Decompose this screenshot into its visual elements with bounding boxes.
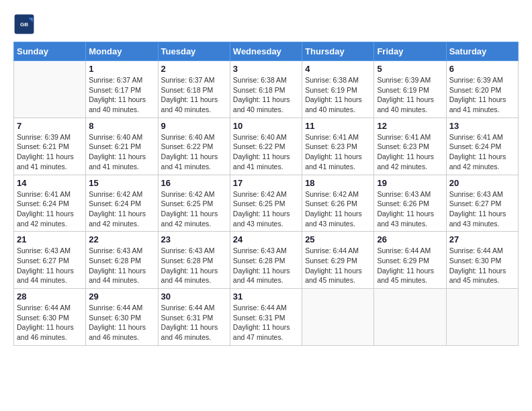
calendar-cell bbox=[374, 289, 446, 346]
day-info: Sunrise: 6:39 AM Sunset: 6:20 PM Dayligh… bbox=[449, 75, 515, 115]
calendar-table: SundayMondayTuesdayWednesdayThursdayFrid… bbox=[13, 42, 519, 346]
day-number: 22 bbox=[89, 234, 154, 244]
calendar-cell: 2Sunrise: 6:37 AM Sunset: 6:18 PM Daylig… bbox=[158, 61, 230, 118]
calendar-cell: 23Sunrise: 6:43 AM Sunset: 6:28 PM Dayli… bbox=[158, 232, 230, 289]
day-number: 6 bbox=[449, 64, 515, 74]
day-info: Sunrise: 6:38 AM Sunset: 6:18 PM Dayligh… bbox=[233, 75, 299, 115]
calendar-cell: 19Sunrise: 6:43 AM Sunset: 6:26 PM Dayli… bbox=[374, 175, 446, 232]
day-number: 15 bbox=[89, 178, 154, 188]
day-number: 5 bbox=[377, 64, 443, 74]
weekday-header-sunday: Sunday bbox=[14, 42, 86, 61]
day-number: 4 bbox=[305, 64, 371, 74]
calendar-cell: 29Sunrise: 6:44 AM Sunset: 6:30 PM Dayli… bbox=[86, 289, 158, 346]
day-number: 14 bbox=[17, 178, 83, 188]
calendar-cell: 5Sunrise: 6:39 AM Sunset: 6:19 PM Daylig… bbox=[374, 61, 446, 118]
day-info: Sunrise: 6:43 AM Sunset: 6:27 PM Dayligh… bbox=[17, 246, 83, 285]
day-info: Sunrise: 6:39 AM Sunset: 6:19 PM Dayligh… bbox=[377, 75, 443, 115]
logo-icon: GB bbox=[13, 13, 35, 35]
day-info: Sunrise: 6:41 AM Sunset: 6:23 PM Dayligh… bbox=[305, 132, 371, 172]
day-number: 20 bbox=[449, 178, 515, 188]
calendar-cell: 28Sunrise: 6:44 AM Sunset: 6:30 PM Dayli… bbox=[14, 289, 86, 346]
calendar-cell: 4Sunrise: 6:38 AM Sunset: 6:19 PM Daylig… bbox=[302, 61, 374, 118]
calendar-cell: 8Sunrise: 6:40 AM Sunset: 6:21 PM Daylig… bbox=[86, 118, 158, 175]
day-number: 2 bbox=[161, 64, 227, 74]
weekday-header-row: SundayMondayTuesdayWednesdayThursdayFrid… bbox=[14, 42, 519, 61]
calendar-cell: 7Sunrise: 6:39 AM Sunset: 6:21 PM Daylig… bbox=[14, 118, 86, 175]
day-info: Sunrise: 6:40 AM Sunset: 6:21 PM Dayligh… bbox=[89, 132, 154, 172]
calendar-cell: 10Sunrise: 6:40 AM Sunset: 6:22 PM Dayli… bbox=[230, 118, 302, 175]
day-info: Sunrise: 6:42 AM Sunset: 6:26 PM Dayligh… bbox=[305, 189, 371, 229]
day-number: 10 bbox=[233, 121, 299, 131]
calendar-cell: 25Sunrise: 6:44 AM Sunset: 6:29 PM Dayli… bbox=[302, 232, 374, 289]
calendar-cell: 15Sunrise: 6:42 AM Sunset: 6:24 PM Dayli… bbox=[86, 175, 158, 232]
day-info: Sunrise: 6:40 AM Sunset: 6:22 PM Dayligh… bbox=[233, 132, 299, 172]
day-info: Sunrise: 6:37 AM Sunset: 6:18 PM Dayligh… bbox=[161, 75, 227, 115]
calendar-cell: 30Sunrise: 6:44 AM Sunset: 6:31 PM Dayli… bbox=[158, 289, 230, 346]
day-info: Sunrise: 6:42 AM Sunset: 6:25 PM Dayligh… bbox=[233, 189, 299, 229]
calendar-cell: 20Sunrise: 6:43 AM Sunset: 6:27 PM Dayli… bbox=[446, 175, 518, 232]
day-info: Sunrise: 6:39 AM Sunset: 6:21 PM Dayligh… bbox=[17, 132, 83, 172]
calendar-cell: 27Sunrise: 6:44 AM Sunset: 6:30 PM Dayli… bbox=[446, 232, 518, 289]
day-info: Sunrise: 6:42 AM Sunset: 6:24 PM Dayligh… bbox=[89, 189, 154, 229]
calendar-cell: 22Sunrise: 6:43 AM Sunset: 6:28 PM Dayli… bbox=[86, 232, 158, 289]
calendar-cell: 6Sunrise: 6:39 AM Sunset: 6:20 PM Daylig… bbox=[446, 61, 518, 118]
day-number: 23 bbox=[161, 234, 227, 244]
calendar-cell: 12Sunrise: 6:41 AM Sunset: 6:23 PM Dayli… bbox=[374, 118, 446, 175]
day-number: 9 bbox=[161, 121, 227, 131]
day-info: Sunrise: 6:43 AM Sunset: 6:26 PM Dayligh… bbox=[377, 189, 443, 229]
day-info: Sunrise: 6:41 AM Sunset: 6:24 PM Dayligh… bbox=[17, 189, 83, 229]
day-number: 21 bbox=[17, 234, 83, 244]
day-number: 17 bbox=[233, 178, 299, 188]
day-number: 1 bbox=[89, 64, 154, 74]
calendar-week-3: 14Sunrise: 6:41 AM Sunset: 6:24 PM Dayli… bbox=[14, 175, 519, 232]
day-info: Sunrise: 6:44 AM Sunset: 6:29 PM Dayligh… bbox=[377, 246, 443, 285]
calendar-cell: 24Sunrise: 6:43 AM Sunset: 6:28 PM Dayli… bbox=[230, 232, 302, 289]
day-number: 25 bbox=[305, 234, 371, 244]
calendar-cell: 13Sunrise: 6:41 AM Sunset: 6:24 PM Dayli… bbox=[446, 118, 518, 175]
day-info: Sunrise: 6:41 AM Sunset: 6:24 PM Dayligh… bbox=[449, 132, 515, 172]
svg-text:GB: GB bbox=[20, 21, 28, 28]
day-info: Sunrise: 6:43 AM Sunset: 6:28 PM Dayligh… bbox=[89, 246, 154, 285]
day-number: 7 bbox=[17, 121, 83, 131]
day-info: Sunrise: 6:43 AM Sunset: 6:28 PM Dayligh… bbox=[233, 246, 299, 285]
calendar-cell bbox=[302, 289, 374, 346]
calendar-week-2: 7Sunrise: 6:39 AM Sunset: 6:21 PM Daylig… bbox=[14, 118, 519, 175]
day-number: 30 bbox=[161, 291, 227, 302]
day-number: 26 bbox=[377, 234, 443, 244]
day-number: 8 bbox=[89, 121, 154, 131]
calendar-week-1: 1Sunrise: 6:37 AM Sunset: 6:17 PM Daylig… bbox=[14, 61, 519, 118]
day-number: 13 bbox=[449, 121, 515, 131]
day-number: 18 bbox=[305, 178, 371, 188]
calendar-cell bbox=[446, 289, 518, 346]
day-info: Sunrise: 6:42 AM Sunset: 6:25 PM Dayligh… bbox=[161, 189, 227, 229]
calendar-cell: 14Sunrise: 6:41 AM Sunset: 6:24 PM Dayli… bbox=[14, 175, 86, 232]
day-number: 31 bbox=[233, 291, 299, 302]
day-info: Sunrise: 6:43 AM Sunset: 6:27 PM Dayligh… bbox=[449, 189, 515, 229]
day-number: 24 bbox=[233, 234, 299, 244]
day-number: 28 bbox=[17, 291, 83, 302]
day-info: Sunrise: 6:44 AM Sunset: 6:31 PM Dayligh… bbox=[233, 303, 299, 342]
day-number: 29 bbox=[89, 291, 154, 302]
day-number: 16 bbox=[161, 178, 227, 188]
calendar-cell: 17Sunrise: 6:42 AM Sunset: 6:25 PM Dayli… bbox=[230, 175, 302, 232]
day-info: Sunrise: 6:44 AM Sunset: 6:30 PM Dayligh… bbox=[449, 246, 515, 285]
day-number: 3 bbox=[233, 64, 299, 74]
day-info: Sunrise: 6:43 AM Sunset: 6:28 PM Dayligh… bbox=[161, 246, 227, 285]
day-info: Sunrise: 6:44 AM Sunset: 6:30 PM Dayligh… bbox=[17, 303, 83, 342]
weekday-header-monday: Monday bbox=[86, 42, 158, 61]
calendar-week-4: 21Sunrise: 6:43 AM Sunset: 6:27 PM Dayli… bbox=[14, 232, 519, 289]
page-header: GB bbox=[13, 13, 519, 35]
weekday-header-thursday: Thursday bbox=[302, 42, 374, 61]
calendar-cell: 1Sunrise: 6:37 AM Sunset: 6:17 PM Daylig… bbox=[86, 61, 158, 118]
weekday-header-friday: Friday bbox=[374, 42, 446, 61]
calendar-cell: 9Sunrise: 6:40 AM Sunset: 6:22 PM Daylig… bbox=[158, 118, 230, 175]
calendar-cell: 31Sunrise: 6:44 AM Sunset: 6:31 PM Dayli… bbox=[230, 289, 302, 346]
day-info: Sunrise: 6:44 AM Sunset: 6:31 PM Dayligh… bbox=[161, 303, 227, 342]
calendar-cell: 11Sunrise: 6:41 AM Sunset: 6:23 PM Dayli… bbox=[302, 118, 374, 175]
day-number: 11 bbox=[305, 121, 371, 131]
day-info: Sunrise: 6:37 AM Sunset: 6:17 PM Dayligh… bbox=[89, 75, 154, 115]
day-info: Sunrise: 6:40 AM Sunset: 6:22 PM Dayligh… bbox=[161, 132, 227, 172]
day-number: 27 bbox=[449, 234, 515, 244]
day-number: 19 bbox=[377, 178, 443, 188]
day-info: Sunrise: 6:41 AM Sunset: 6:23 PM Dayligh… bbox=[377, 132, 443, 172]
